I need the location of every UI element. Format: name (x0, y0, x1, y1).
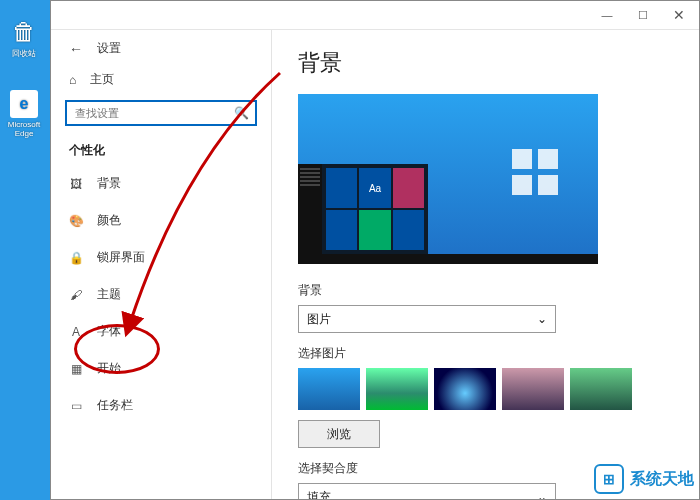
background-type-select[interactable]: 图片 ⌄ (298, 305, 556, 333)
start-icon: ▦ (69, 362, 83, 376)
maximize-button[interactable]: ☐ (625, 3, 661, 27)
picture-thumb[interactable] (570, 368, 632, 410)
chevron-down-icon: ⌄ (537, 490, 547, 499)
picture-thumbnails (298, 368, 673, 410)
preview-tile (393, 168, 424, 208)
watermark-logo-icon: ⊞ (594, 464, 624, 494)
image-icon: 🖼 (69, 177, 83, 191)
desktop-edge[interactable]: e Microsoft Edge (4, 90, 44, 138)
preview-tile (393, 210, 424, 250)
preview-tile (359, 210, 390, 250)
sidebar-item-label: 主题 (97, 286, 121, 303)
picture-thumb[interactable] (366, 368, 428, 410)
home-button[interactable]: ⌂ 主页 (51, 61, 271, 96)
background-dropdown-label: 背景 (298, 282, 673, 299)
search-input[interactable] (65, 100, 257, 126)
home-label: 主页 (90, 71, 114, 88)
sidebar-item-label: 颜色 (97, 212, 121, 229)
sidebar-item-background[interactable]: 🖼 背景 (51, 165, 271, 202)
sidebar-item-label: 锁屏界面 (97, 249, 145, 266)
desktop-recycle-bin[interactable]: 🗑 回收站 (4, 18, 44, 59)
lock-icon: 🔒 (69, 251, 83, 265)
preview-tile (326, 210, 357, 250)
sidebar-item-start[interactable]: ▦ 开始 (51, 350, 271, 387)
close-button[interactable]: ✕ (661, 3, 697, 27)
background-type-value: 图片 (307, 311, 331, 328)
taskbar-icon: ▭ (69, 399, 83, 413)
back-button[interactable]: ← 设置 (51, 36, 271, 61)
browse-button[interactable]: 浏览 (298, 420, 380, 448)
chevron-down-icon: ⌄ (537, 312, 547, 326)
edge-label: Microsoft Edge (4, 120, 44, 138)
sidebar-item-label: 开始 (97, 360, 121, 377)
recycle-bin-label: 回收站 (4, 48, 44, 59)
window-titlebar: — ☐ ✕ (51, 1, 699, 30)
font-icon: A (69, 325, 83, 339)
preview-taskbar (298, 254, 598, 264)
fit-select[interactable]: 填充 ⌄ (298, 483, 556, 499)
sidebar-item-label: 背景 (97, 175, 121, 192)
minimize-button[interactable]: — (589, 3, 625, 27)
watermark-text: 系统天地 (630, 469, 694, 490)
settings-main: 背景 Aa (272, 30, 699, 499)
sidebar-item-themes[interactable]: 🖌 主题 (51, 276, 271, 313)
brush-icon: 🖌 (69, 288, 83, 302)
fit-value: 填充 (307, 489, 331, 500)
preview-tile (326, 168, 357, 208)
sidebar-item-lockscreen[interactable]: 🔒 锁屏界面 (51, 239, 271, 276)
back-label: 设置 (97, 40, 121, 57)
preview-tile-aa: Aa (359, 168, 390, 208)
home-icon: ⌂ (69, 73, 76, 87)
back-arrow-icon: ← (69, 41, 83, 57)
windows-logo-icon (512, 149, 558, 195)
picture-thumb[interactable] (434, 368, 496, 410)
search-wrap: 🔍 (51, 96, 271, 132)
sidebar-item-taskbar[interactable]: ▭ 任务栏 (51, 387, 271, 424)
picture-thumb[interactable] (298, 368, 360, 410)
page-title: 背景 (298, 48, 673, 78)
recycle-bin-icon: 🗑 (10, 18, 38, 46)
background-preview: Aa (298, 94, 598, 264)
section-header-personalization: 个性化 (51, 132, 271, 165)
palette-icon: 🎨 (69, 214, 83, 228)
settings-sidebar: ← 设置 ⌂ 主页 🔍 个性化 🖼 背景 🎨 颜色 (51, 30, 272, 499)
sidebar-item-fonts[interactable]: A 字体 (51, 313, 271, 350)
edge-icon: e (10, 90, 38, 118)
picture-thumb[interactable] (502, 368, 564, 410)
watermark: ⊞ 系统天地 (594, 464, 694, 494)
choose-picture-label: 选择图片 (298, 345, 673, 362)
sidebar-item-colors[interactable]: 🎨 颜色 (51, 202, 271, 239)
sidebar-item-label: 字体 (97, 323, 121, 340)
preview-start-menu: Aa (298, 164, 428, 254)
settings-window: — ☐ ✕ ← 设置 ⌂ 主页 🔍 个性化 🖼 (50, 0, 700, 500)
sidebar-item-label: 任务栏 (97, 397, 133, 414)
search-icon: 🔍 (234, 106, 249, 120)
